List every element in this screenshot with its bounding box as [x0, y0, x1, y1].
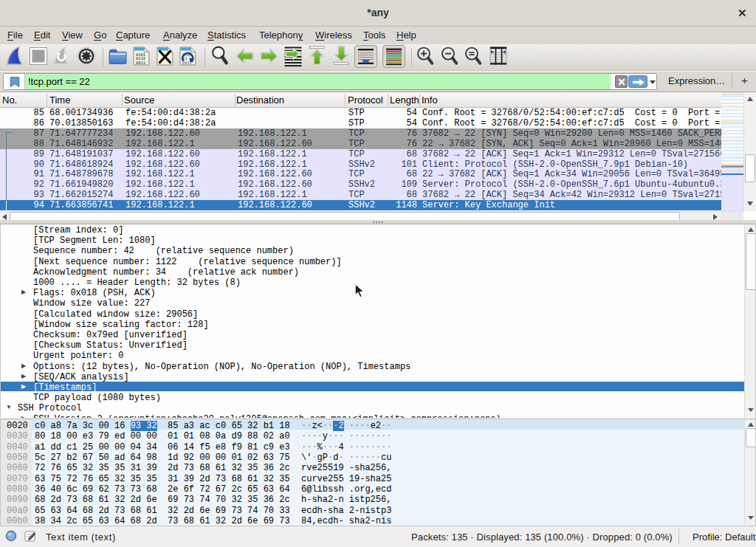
svg-text:0011: 0011 [136, 61, 145, 66]
